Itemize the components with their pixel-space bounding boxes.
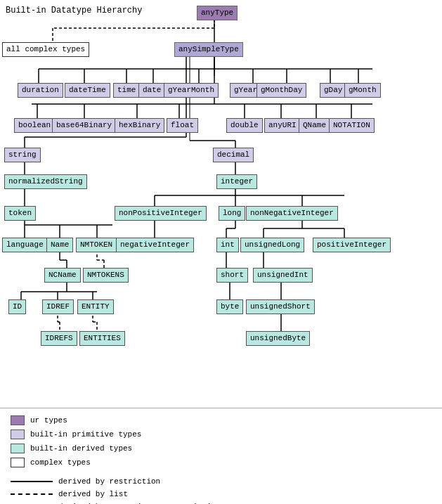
- node-unsignedShort: unsignedShort: [246, 299, 315, 314]
- node-string: string: [4, 148, 41, 162]
- legend-line-solid: [11, 481, 53, 482]
- node-IDREFS: IDREFS: [41, 331, 77, 346]
- legend-line-dashed: [11, 493, 53, 495]
- legend-label-complex: complex types: [30, 458, 91, 467]
- legend-box-ur: [11, 415, 25, 425]
- legend-item-ur: ur types: [11, 415, 207, 425]
- diagram: anyType all complex types anySimpleType …: [0, 0, 442, 408]
- node-NOTATION: NOTATION: [329, 118, 375, 133]
- node-anyURI: anyURI: [264, 118, 301, 133]
- node-byte: byte: [216, 299, 243, 314]
- legend-label-list: derived by list: [58, 490, 128, 498]
- legend-item-restriction: derived by restriction: [11, 477, 249, 486]
- node-NMTOKEN: NMTOKEN: [76, 238, 117, 252]
- node-ID: ID: [8, 299, 26, 314]
- node-gYearMonth: gYearMonth: [164, 83, 219, 98]
- node-integer: integer: [216, 174, 257, 189]
- node-boolean: boolean: [14, 118, 55, 133]
- node-float: float: [167, 118, 198, 133]
- node-anyType: anyType: [197, 6, 238, 20]
- node-unsignedInt: unsignedInt: [253, 268, 313, 283]
- node-negativeInteger: negativeInteger: [116, 238, 194, 252]
- node-anySimpleType: anySimpleType: [174, 42, 243, 57]
- node-allComplexTypes: all complex types: [2, 42, 89, 57]
- node-NCName: NCName: [44, 268, 81, 283]
- legend-box-derived: [11, 444, 25, 453]
- node-decimal: decimal: [213, 148, 254, 162]
- node-ENTITY: ENTITY: [77, 299, 114, 314]
- node-gDay: gDay: [320, 83, 346, 98]
- node-positiveInteger: positiveInteger: [313, 238, 391, 252]
- node-short: short: [216, 268, 248, 283]
- node-gMonthDay: gMonthDay: [256, 83, 306, 98]
- legend-item-primitive: built-in primitive types: [11, 429, 207, 439]
- legend-label-ur: ur types: [30, 416, 67, 425]
- node-Name: Name: [46, 238, 73, 252]
- node-long: long: [219, 206, 245, 221]
- legend-label-derived: built-in derived types: [30, 444, 132, 453]
- legend: ur types built-in primitive types built-…: [0, 408, 442, 504]
- node-nonPositiveInteger: nonPositiveInteger: [115, 206, 207, 221]
- node-ENTITIES: ENTITIES: [79, 331, 125, 346]
- node-token: token: [4, 206, 36, 221]
- node-language: language: [2, 238, 48, 252]
- node-NMTOKENS: NMTOKENS: [83, 268, 129, 283]
- node-unsignedByte: unsignedByte: [246, 331, 310, 346]
- node-nonNegativeInteger: nonNegativeInteger: [246, 206, 338, 221]
- node-gMonth: gMonth: [344, 83, 381, 98]
- node-int: int: [216, 238, 239, 252]
- legend-types: ur types built-in primitive types built-…: [11, 415, 207, 472]
- legend-label-restriction: derived by restriction: [58, 477, 160, 486]
- node-double: double: [226, 118, 263, 133]
- node-normalizedString: normalizedString: [4, 174, 87, 189]
- connection-lines: [0, 0, 442, 408]
- node-time: time: [113, 83, 140, 98]
- node-QName: QName: [299, 118, 330, 133]
- legend-box-primitive: [11, 429, 25, 439]
- node-IDREF: IDREF: [42, 299, 74, 314]
- node-unsignedLong: unsignedLong: [240, 238, 304, 252]
- node-duration: duration: [18, 83, 63, 98]
- legend-item-derived: built-in derived types: [11, 444, 207, 453]
- node-hexBinary: hexBinary: [115, 118, 164, 133]
- legend-lines: derived by restriction derived by list d…: [11, 477, 249, 504]
- legend-item-list: derived by list: [11, 490, 249, 498]
- legend-item-complex: complex types: [11, 458, 207, 467]
- legend-label-primitive: built-in primitive types: [30, 430, 141, 439]
- legend-box-complex: [11, 458, 25, 467]
- node-dateTime: dateTime: [65, 83, 110, 98]
- node-date: date: [138, 83, 165, 98]
- node-base64Binary: base64Binary: [52, 118, 116, 133]
